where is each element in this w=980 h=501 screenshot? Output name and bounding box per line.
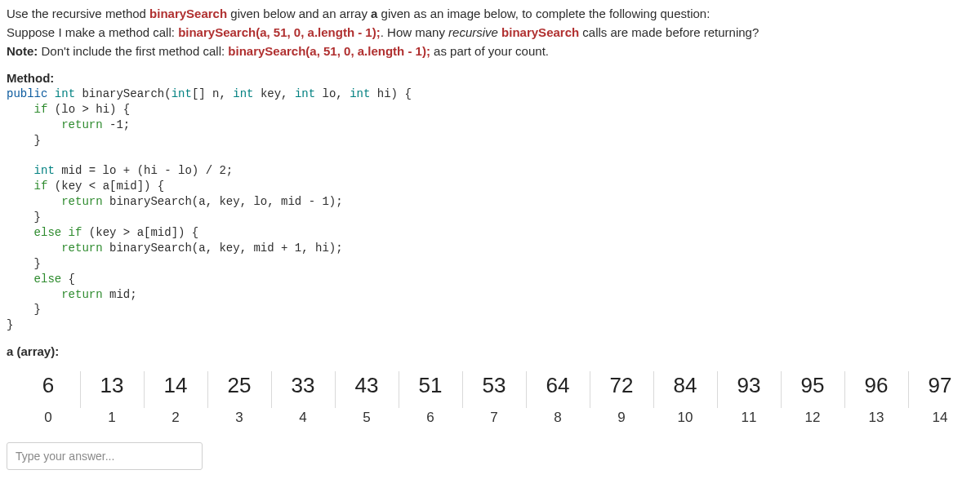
text: Don't include the first method call: (38, 44, 228, 58)
array-index: 13 (844, 405, 908, 429)
array-value: 25 (207, 366, 271, 405)
array-value: 95 (781, 366, 844, 405)
array-value: 13 (80, 366, 144, 405)
array-visual: 6 13 14 25 33 43 51 53 64 72 84 93 95 96… (7, 366, 973, 429)
method-label: Method: (7, 71, 973, 85)
array-index: 2 (144, 405, 207, 429)
text: given below and an array (227, 7, 371, 20)
array-value: 72 (590, 366, 653, 405)
array-value: 93 (717, 366, 781, 405)
text: . How many (381, 25, 448, 39)
array-index: 7 (462, 405, 526, 429)
array-index: 9 (590, 405, 653, 429)
array-value: 43 (335, 366, 399, 405)
code-inline: binarySearch (501, 25, 579, 39)
array-value: 14 (144, 366, 207, 405)
code-inline: binarySearch (149, 7, 227, 20)
array-index: 5 (335, 405, 399, 429)
array-index: 8 (526, 405, 590, 429)
text: Use the recursive method (7, 7, 149, 20)
array-value: 6 (16, 366, 80, 405)
array-value: 84 (653, 366, 717, 405)
array-index: 3 (207, 405, 271, 429)
text-bold: Note: (7, 44, 38, 58)
text: as part of your count. (430, 44, 549, 58)
array-value: 53 (462, 366, 526, 405)
code-inline: binarySearch(a, 51, 0, a.length - 1); (178, 25, 381, 39)
array-index: 10 (653, 405, 717, 429)
array-index: 12 (781, 405, 844, 429)
array-value: 51 (399, 366, 462, 405)
array-index: 4 (271, 405, 335, 429)
answer-input[interactable] (7, 442, 203, 470)
question-text: Use the recursive method binarySearch gi… (7, 5, 973, 60)
text: Suppose I make a method call: (7, 25, 178, 39)
array-value: 64 (526, 366, 590, 405)
array-index: 1 (80, 405, 144, 429)
array-label: a (array): (7, 344, 973, 358)
array-value: 96 (844, 366, 908, 405)
text: calls are made before returning? (579, 25, 759, 39)
array-value: 97 (908, 366, 972, 405)
code-inline: binarySearch(a, 51, 0, a.length - 1); (228, 44, 430, 58)
array-values-row: 6 13 14 25 33 43 51 53 64 72 84 93 95 96… (16, 366, 973, 405)
array-value: 33 (271, 366, 335, 405)
array-index: 11 (717, 405, 781, 429)
code-block: public int binarySearch(int[] n, int key… (7, 86, 973, 333)
text: given as an image below, to complete the… (377, 7, 710, 20)
array-indices-row: 0 1 2 3 4 5 6 7 8 9 10 11 12 13 14 (16, 405, 973, 429)
array-index: 0 (16, 405, 80, 429)
array-index: 6 (399, 405, 462, 429)
array-index: 14 (908, 405, 972, 429)
text-italic: recursive (448, 25, 498, 39)
